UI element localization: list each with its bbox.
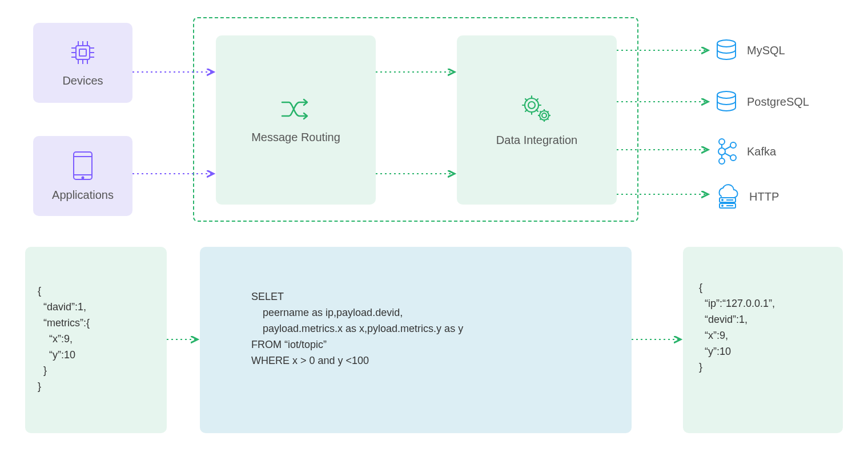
sql-code: SELET peername as ip,payload.devid, payl… — [251, 289, 463, 369]
svg-point-42 — [719, 158, 725, 164]
svg-point-44 — [730, 155, 736, 161]
sink-kafka: Kafka — [714, 137, 776, 166]
input-json-box: { “david”:1, “metrics”:{ “x”:9, “y”:10 }… — [25, 247, 167, 433]
sink-postgres: PostgreSQL — [714, 89, 809, 114]
applications-label: Applications — [52, 189, 114, 202]
routing-label: Message Routing — [251, 131, 340, 144]
svg-line-35 — [548, 118, 549, 119]
cloud-server-icon — [714, 184, 741, 209]
gears-icon — [520, 94, 553, 125]
database-icon — [714, 38, 739, 63]
source-devices: Devices — [33, 23, 132, 103]
input-json-code: { “david”:1, “metrics”:{ “x”:9, “y”:10 }… — [38, 283, 90, 395]
http-label: HTTP — [749, 190, 779, 203]
svg-line-36 — [540, 118, 541, 119]
shuffle-icon — [280, 97, 312, 122]
svg-line-34 — [540, 111, 541, 112]
svg-point-28 — [542, 113, 546, 118]
mysql-label: MySQL — [747, 44, 785, 57]
svg-rect-1 — [79, 49, 86, 56]
svg-point-51 — [722, 199, 723, 201]
svg-line-26 — [525, 110, 527, 111]
output-json-box: { “ip”:“127.0.0.1”, “devid”:1, “x”:9, “y… — [683, 247, 843, 433]
sink-mysql: MySQL — [714, 38, 785, 63]
postgres-label: PostgreSQL — [747, 95, 809, 109]
kafka-icon — [714, 137, 739, 166]
svg-rect-0 — [76, 46, 90, 59]
svg-point-52 — [722, 205, 723, 206]
svg-point-38 — [717, 40, 736, 47]
svg-point-17 — [82, 177, 84, 178]
sql-box: SELET peername as ip,payload.devid, payl… — [200, 247, 632, 433]
integration-label: Data Integration — [496, 134, 577, 147]
devices-label: Devices — [62, 74, 103, 87]
svg-point-41 — [718, 148, 725, 155]
tablet-icon — [71, 151, 94, 181]
chip-icon — [69, 39, 97, 66]
svg-line-47 — [725, 146, 731, 150]
svg-point-43 — [730, 142, 736, 148]
svg-line-48 — [725, 153, 731, 157]
svg-point-39 — [717, 91, 736, 98]
kafka-label: Kafka — [747, 145, 776, 158]
svg-point-18 — [528, 102, 535, 109]
source-applications: Applications — [33, 136, 132, 216]
node-data-integration: Data Integration — [457, 35, 617, 205]
output-json-code: { “ip”:“127.0.0.1”, “devid”:1, “x”:9, “y… — [699, 280, 775, 375]
node-message-routing: Message Routing — [216, 35, 376, 205]
sink-http: HTTP — [714, 184, 779, 209]
database-icon — [714, 89, 739, 114]
svg-line-25 — [536, 110, 538, 111]
svg-line-24 — [525, 99, 527, 101]
svg-point-40 — [719, 139, 725, 145]
svg-line-27 — [536, 99, 538, 101]
svg-line-37 — [548, 111, 549, 112]
